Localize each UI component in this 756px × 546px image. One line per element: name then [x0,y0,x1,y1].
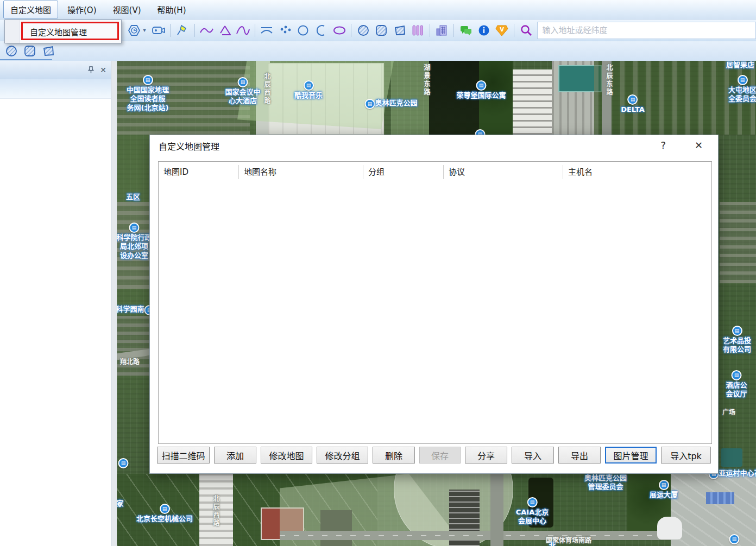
hatched-polygon-icon[interactable] [392,23,407,38]
column-header-map-id[interactable]: 地图ID [159,165,239,179]
map-water [429,61,480,135]
menu-bar: 自定义地图 操作(O) 视图(V) 帮助(H) [0,0,756,20]
import-tpk-button[interactable]: 导入tpk [661,447,711,464]
freehand-curve-icon[interactable] [235,23,250,38]
map-list-table: 地图ID 地图名称 分组 协议 主机名 [158,161,712,444]
scan-qrcode-button[interactable]: 扫描二维码 [157,447,210,464]
camera-icon[interactable] [151,23,166,38]
map-label: 奥林匹克公园管理委员会 [584,474,627,492]
draw-toolbar [0,41,756,61]
map-trees [479,61,513,135]
arc-chord-icon[interactable] [260,23,274,38]
menu-custom-map[interactable]: 自定义地图 [3,1,58,18]
triangle-icon[interactable] [217,23,232,38]
map-label: 五区 [126,193,140,201]
dialog-button-row: 扫描二维码 添加 修改地图 修改分组 删除 保存 分享 导入 导出 图片管理 导… [157,447,712,464]
map-poi-icon: ▤ [118,458,129,469]
column-header-group[interactable]: 分组 [363,165,444,179]
map-terrain [117,61,250,135]
left-panel-group-band[interactable] [0,79,111,99]
map-label: 广场 [722,409,735,417]
modify-map-button[interactable]: 修改地图 [261,447,312,464]
left-panel: ✕ [0,61,111,546]
image-management-button[interactable]: 图片管理 [605,447,657,464]
custom-map-dropdown: 自定义地图管理 [4,20,122,43]
hatched-circle-icon[interactable] [4,43,19,59]
chat-bubbles-icon[interactable] [458,23,473,38]
scatter-points-icon[interactable] [278,23,292,38]
search-magnifier-icon[interactable] [519,23,533,38]
toolbar-separator [351,24,351,37]
menu-help[interactable]: 帮助(H) [150,1,193,18]
column-header-protocol[interactable]: 协议 [444,165,563,179]
striped-bars-icon[interactable] [410,23,425,38]
delete-button[interactable]: 删除 [373,447,415,464]
close-icon[interactable]: ✕ [695,139,703,151]
map-pond [721,448,742,467]
hatched-rectangle-icon[interactable] [374,23,389,38]
toolbar-separator [255,24,255,37]
search-input[interactable] [537,22,756,39]
map-buildings [117,202,150,289]
import-button[interactable]: 导入 [512,447,554,464]
map-road [602,61,612,135]
export-button[interactable]: 导出 [558,447,601,464]
pushpin-icon[interactable] [175,23,190,38]
map-industrial [513,69,552,135]
building-poi-icon: ▤ [732,326,742,336]
map-plaza [671,474,756,546]
close-icon[interactable]: ✕ [100,66,106,74]
save-button: 保存 [419,447,461,464]
dropdown-arrow-icon[interactable]: ▾ [143,27,149,34]
custom-map-management-dialog: 自定义地图管理 ? ✕ 地图ID 地图名称 分组 协议 主机名 扫描二维码 添加… [149,135,719,474]
menu-operation[interactable]: 操作(O) [60,1,104,18]
hatched-polygon-icon[interactable] [41,43,56,59]
menu-view[interactable]: 视图(V) [106,1,148,18]
dialog-titlebar[interactable]: 自定义地图管理 ? ✕ [150,135,718,157]
red-annotation-box [21,22,119,40]
column-header-hostname[interactable]: 主机名 [563,165,711,179]
share-button[interactable]: 分享 [465,447,507,464]
map-label: 北 [549,542,556,546]
map-overlay-polygon [237,61,394,129]
building-poi-icon: ▤ [118,458,129,468]
map-terrain [594,61,756,135]
svg-text:V: V [500,27,505,33]
toolbar-separator [453,24,454,37]
map-buildings [720,202,756,283]
left-panel-header: ✕ [0,61,111,79]
toolbar-separator [430,24,430,37]
polyline-icon[interactable] [199,23,214,38]
toolbar-separator [514,24,514,37]
dropdown-icon-gutter [5,20,20,43]
arc-icon[interactable] [314,23,329,38]
building-poi-icon: ▤ [731,370,741,380]
pin-icon[interactable] [87,66,94,74]
map-building-column [199,474,233,546]
add-button[interactable]: 添加 [214,447,256,464]
help-icon[interactable]: ? [660,139,666,151]
table-header-row: 地图ID 地图名称 分组 协议 主机名 [159,162,711,182]
map-label: ▤艺术品投有限公司 [723,326,751,354]
gem-v-icon[interactable]: V [495,23,509,38]
toolbar-active-underline [0,59,52,60]
map-buildings [117,316,150,376]
map-white-structure [657,517,682,539]
modify-group-button[interactable]: 修改分组 [317,447,368,464]
info-icon[interactable] [476,23,491,38]
circle-icon[interactable] [295,23,310,38]
map-pond [528,478,553,528]
hatched-rectangle-icon[interactable] [22,43,37,59]
map-label: 科学园南▤ [116,305,154,316]
hatched-circle-icon[interactable] [356,23,370,38]
building-grid-icon[interactable] [434,23,449,38]
toolbar-separator [170,24,171,37]
hexagon-clock-icon[interactable] [127,23,141,38]
ellipse-icon[interactable] [332,23,346,38]
dialog-title: 自定义地图管理 [159,139,219,153]
column-header-map-name[interactable]: 地图名称 [239,165,363,179]
application-window: ▤中国国家地理全国读者服务网(北京站)▤国家会议中心大酒店▤酷我音乐▤奥林匹克公… [0,0,756,546]
map-road [490,474,503,546]
toolbar-separator [194,24,195,37]
map-blue-roofs [706,492,734,504]
